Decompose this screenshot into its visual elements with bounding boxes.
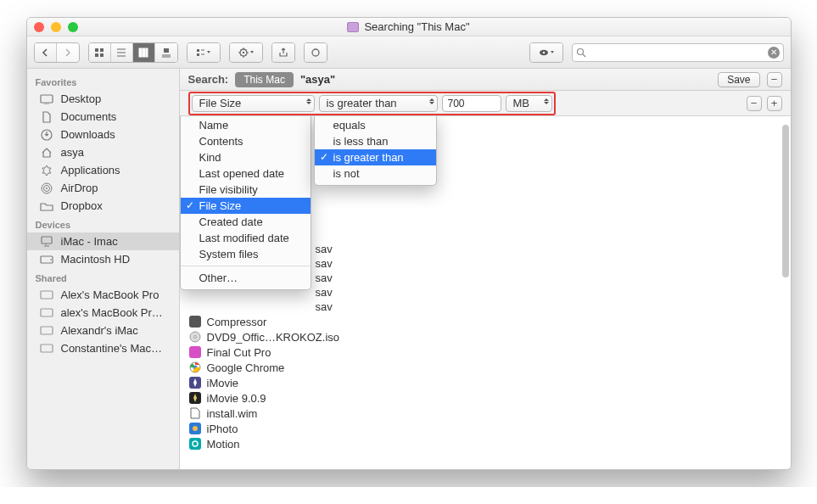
save-search-button[interactable]: Save	[718, 72, 759, 87]
dropdown-item[interactable]: Name	[181, 117, 311, 133]
criteria-remove-button[interactable]: −	[747, 96, 762, 111]
sidebar-item-desktop[interactable]: Desktop	[27, 90, 179, 108]
sidebar-item-shared[interactable]: Alex's MacBook Pro	[27, 286, 179, 304]
dropdown-item[interactable]: is less than	[315, 133, 436, 149]
file-label: Motion	[207, 438, 240, 451]
svg-rect-24	[41, 95, 53, 103]
unit-select[interactable]: MB	[506, 95, 552, 112]
dropdown-item[interactable]: is not	[315, 165, 436, 182]
svg-point-32	[50, 259, 52, 260]
tags-button[interactable]	[305, 43, 327, 62]
svg-line-23	[583, 54, 585, 57]
sidebar-item-applications[interactable]: Applications	[27, 161, 179, 179]
icon-view-button[interactable]	[89, 43, 111, 62]
share-button[interactable]	[272, 43, 294, 62]
arrange-button[interactable]	[187, 43, 220, 62]
app-icon	[188, 315, 202, 328]
attribute-dropdown[interactable]: Name Contents Kind Last opened date File…	[180, 116, 311, 290]
arrange-button-group	[187, 42, 221, 63]
dropdown-item[interactable]: Contents	[181, 133, 311, 149]
file-label: install.wim	[207, 407, 258, 420]
select-value: is greater than	[327, 97, 397, 109]
search-icon	[576, 48, 586, 58]
list-item[interactable]: Final Cut Pro	[180, 344, 350, 360]
share-button-group	[271, 42, 295, 63]
finder-window: Searching "This Mac"	[26, 17, 792, 470]
scrollbar-thumb[interactable]	[782, 125, 789, 277]
operator-select[interactable]: is greater than	[319, 95, 438, 112]
file-label: iPhoto	[207, 423, 238, 435]
dropdown-item[interactable]: System files	[181, 246, 311, 262]
maximize-button[interactable]	[68, 22, 78, 32]
list-item[interactable]: Motion	[180, 436, 350, 451]
scope-this-mac[interactable]: This Mac	[235, 72, 294, 87]
scope-folder[interactable]: "asya"	[300, 73, 335, 86]
chevron-icon	[306, 98, 311, 104]
svg-rect-10	[164, 48, 169, 53]
sidebar-heading: Favorites	[27, 72, 179, 90]
back-button[interactable]	[35, 43, 57, 62]
dropdown-item[interactable]: Last modified date	[181, 230, 311, 246]
dropdown-item[interactable]: equals	[315, 117, 436, 133]
sidebar-item-shared[interactable]: Constantine's Mac…	[27, 339, 179, 357]
sidebar-item-airdrop[interactable]: AirDrop	[27, 179, 179, 197]
column-view-button[interactable]	[133, 43, 155, 62]
search-input[interactable]	[586, 47, 768, 59]
file-label: iMovie 9.0.9	[207, 392, 266, 405]
dropdown-item[interactable]: File visibility	[181, 182, 311, 198]
search-field[interactable]: ✕	[572, 43, 784, 62]
sidebar-item-documents[interactable]: Documents	[27, 108, 179, 126]
chrome-icon	[188, 361, 202, 374]
minimize-button[interactable]	[51, 22, 61, 32]
svg-point-22	[577, 48, 583, 54]
coverflow-view-button[interactable]	[155, 43, 177, 62]
imac-icon	[39, 236, 54, 248]
forward-button[interactable]	[57, 43, 79, 62]
sidebar-item-home[interactable]: asya	[27, 143, 179, 161]
attribute-select[interactable]: File Size	[192, 95, 315, 112]
dropdown-item[interactable]: Created date	[181, 214, 311, 230]
sidebar-item-macintosh-hd[interactable]: Macintosh HD	[27, 250, 179, 268]
list-item[interactable]: Google Chrome	[180, 360, 350, 375]
quicklook-button[interactable]	[530, 43, 562, 62]
sidebar-heading: Shared	[27, 268, 179, 286]
dropdown-item[interactable]: File Size	[181, 198, 311, 214]
dropdown-item[interactable]: Kind	[181, 149, 311, 165]
dropdown-item[interactable]: is greater than	[315, 149, 436, 165]
close-button[interactable]	[34, 22, 44, 32]
list-view-button[interactable]	[111, 43, 133, 62]
tags-button-group	[304, 42, 327, 63]
sidebar-item-downloads[interactable]: Downloads	[27, 126, 179, 143]
clear-search-icon[interactable]: ✕	[768, 47, 780, 59]
sidebar-item-label: Desktop	[61, 92, 102, 105]
list-item[interactable]: install.wim	[180, 406, 350, 421]
list-item[interactable]: Compressor	[180, 314, 350, 329]
list-item[interactable]: iPhoto	[180, 421, 350, 436]
titlebar[interactable]: Searching "This Mac"	[27, 18, 791, 36]
list-item[interactable]: iMovie 9.0.9	[180, 390, 350, 406]
svg-point-18	[242, 51, 243, 53]
sidebar-item-label: Downloads	[61, 128, 115, 141]
svg-rect-35	[41, 327, 53, 334]
iphoto-icon	[188, 422, 202, 435]
svg-rect-2	[95, 53, 98, 57]
sidebar-item-shared[interactable]: Alexandr's iMac	[27, 322, 179, 339]
criteria-highlight: File Size is greater than MB	[188, 92, 556, 115]
list-item[interactable]: iMovie	[180, 375, 350, 390]
svg-rect-3	[100, 53, 104, 57]
dropdown-item-other[interactable]: Other…	[181, 270, 311, 286]
sidebar-item-imac[interactable]: iMac - Imac	[27, 232, 179, 250]
applications-icon	[39, 165, 54, 176]
size-value-input[interactable]	[442, 95, 501, 112]
dropdown-item[interactable]: Last opened date	[181, 165, 311, 182]
action-button[interactable]	[230, 43, 262, 62]
criteria-add-button[interactable]: +	[767, 96, 782, 111]
list-item[interactable]: sav	[180, 300, 350, 314]
remove-criteria-button[interactable]: −	[767, 72, 782, 87]
sidebar-item-dropbox[interactable]: Dropbox	[27, 197, 179, 215]
scrollbar[interactable]	[779, 116, 791, 469]
list-item[interactable]: DVD9_Offic…KROKOZ.iso	[180, 329, 350, 344]
sidebar-item-shared[interactable]: alex's MacBook Pr…	[27, 304, 179, 322]
operator-dropdown[interactable]: equals is less than is greater than is n…	[314, 116, 437, 186]
svg-rect-1	[100, 48, 104, 52]
